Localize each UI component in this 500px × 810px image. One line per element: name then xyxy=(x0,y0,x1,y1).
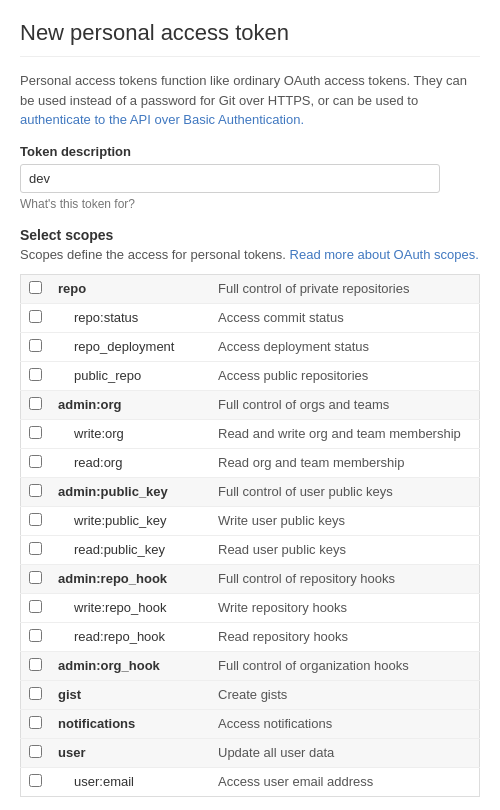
scope-desc-user_email: Access user email address xyxy=(210,767,480,796)
scope-row: read:orgRead org and team membership xyxy=(21,448,480,477)
scope-checkbox-read_org[interactable] xyxy=(29,455,42,468)
scope-checkbox-write_repo_hook[interactable] xyxy=(29,600,42,613)
scope-name-public_repo: public_repo xyxy=(50,361,210,390)
scope-name-read_public_key: read:public_key xyxy=(50,535,210,564)
scope-checkbox-admin_org_hook[interactable] xyxy=(29,658,42,671)
scope-row: admin:orgFull control of orgs and teams xyxy=(21,390,480,419)
scope-row: notificationsAccess notifications xyxy=(21,709,480,738)
scope-row: repo:statusAccess commit status xyxy=(21,303,480,332)
scope-row: write:orgRead and write org and team mem… xyxy=(21,419,480,448)
scope-row: admin:org_hookFull control of organizati… xyxy=(21,651,480,680)
scope-checkbox-admin_public_key[interactable] xyxy=(29,484,42,497)
scope-name-repo: repo xyxy=(50,274,210,303)
scope-checkbox-repo[interactable] xyxy=(29,281,42,294)
scope-desc-repo: Full control of private repositories xyxy=(210,274,480,303)
scope-row: write:public_keyWrite user public keys xyxy=(21,506,480,535)
scope-name-repo_status: repo:status xyxy=(50,303,210,332)
scope-desc-notifications: Access notifications xyxy=(210,709,480,738)
oauth-scopes-link[interactable]: Read more about OAuth scopes. xyxy=(290,247,479,262)
scope-desc-admin_org_hook: Full control of organization hooks xyxy=(210,651,480,680)
scope-checkbox-admin_org[interactable] xyxy=(29,397,42,410)
scope-row: repo_deploymentAccess deployment status xyxy=(21,332,480,361)
scope-name-gist: gist xyxy=(50,680,210,709)
scope-checkbox-write_public_key[interactable] xyxy=(29,513,42,526)
scope-checkbox-public_repo[interactable] xyxy=(29,368,42,381)
page-title: New personal access token xyxy=(20,20,480,57)
scope-row: public_repoAccess public repositories xyxy=(21,361,480,390)
scope-name-notifications: notifications xyxy=(50,709,210,738)
scope-row: admin:public_keyFull control of user pub… xyxy=(21,477,480,506)
scope-name-user: user xyxy=(50,738,210,767)
scope-desc-public_repo: Access public repositories xyxy=(210,361,480,390)
scope-name-write_public_key: write:public_key xyxy=(50,506,210,535)
scope-row: admin:repo_hookFull control of repositor… xyxy=(21,564,480,593)
scope-desc-read_public_key: Read user public keys xyxy=(210,535,480,564)
scope-desc-write_public_key: Write user public keys xyxy=(210,506,480,535)
scope-name-admin_public_key: admin:public_key xyxy=(50,477,210,506)
scope-checkbox-repo_deployment[interactable] xyxy=(29,339,42,352)
page-description: Personal access tokens function like ord… xyxy=(20,71,480,130)
scope-checkbox-read_public_key[interactable] xyxy=(29,542,42,555)
scope-checkbox-admin_repo_hook[interactable] xyxy=(29,571,42,584)
scope-checkbox-notifications[interactable] xyxy=(29,716,42,729)
scope-desc-admin_org: Full control of orgs and teams xyxy=(210,390,480,419)
scope-checkbox-repo_status[interactable] xyxy=(29,310,42,323)
scope-checkbox-read_repo_hook[interactable] xyxy=(29,629,42,642)
scope-desc-admin_repo_hook: Full control of repository hooks xyxy=(210,564,480,593)
scope-desc-repo_deployment: Access deployment status xyxy=(210,332,480,361)
scope-desc-gist: Create gists xyxy=(210,680,480,709)
scope-row: read:repo_hookRead repository hooks xyxy=(21,622,480,651)
token-description-label: Token description xyxy=(20,144,480,159)
scope-desc-read_repo_hook: Read repository hooks xyxy=(210,622,480,651)
scope-name-read_org: read:org xyxy=(50,448,210,477)
scope-desc-repo_status: Access commit status xyxy=(210,303,480,332)
scope-name-read_repo_hook: read:repo_hook xyxy=(50,622,210,651)
scope-name-write_repo_hook: write:repo_hook xyxy=(50,593,210,622)
scope-checkbox-user[interactable] xyxy=(29,745,42,758)
scope-name-write_org: write:org xyxy=(50,419,210,448)
scope-name-user_email: user:email xyxy=(50,767,210,796)
scope-desc-user: Update all user data xyxy=(210,738,480,767)
token-hint: What's this token for? xyxy=(20,197,480,211)
scope-name-admin_repo_hook: admin:repo_hook xyxy=(50,564,210,593)
scope-name-admin_org_hook: admin:org_hook xyxy=(50,651,210,680)
scope-checkbox-user_email[interactable] xyxy=(29,774,42,787)
scope-row: user:emailAccess user email address xyxy=(21,767,480,796)
scope-desc-write_org: Read and write org and team membership xyxy=(210,419,480,448)
scope-desc-write_repo_hook: Write repository hooks xyxy=(210,593,480,622)
scope-row: userUpdate all user data xyxy=(21,738,480,767)
scope-name-repo_deployment: repo_deployment xyxy=(50,332,210,361)
scopes-title: Select scopes xyxy=(20,227,480,243)
scope-desc-admin_public_key: Full control of user public keys xyxy=(210,477,480,506)
scope-name-admin_org: admin:org xyxy=(50,390,210,419)
scope-row: repoFull control of private repositories xyxy=(21,274,480,303)
token-description-input[interactable] xyxy=(20,164,440,193)
scope-row: gistCreate gists xyxy=(21,680,480,709)
basic-auth-link[interactable]: authenticate to the API over Basic Authe… xyxy=(20,112,304,127)
scopes-description: Scopes define the access for personal to… xyxy=(20,247,480,262)
scopes-table: repoFull control of private repositories… xyxy=(20,274,480,797)
scope-desc-read_org: Read org and team membership xyxy=(210,448,480,477)
scope-row: read:public_keyRead user public keys xyxy=(21,535,480,564)
scope-checkbox-gist[interactable] xyxy=(29,687,42,700)
scope-row: write:repo_hookWrite repository hooks xyxy=(21,593,480,622)
scope-checkbox-write_org[interactable] xyxy=(29,426,42,439)
